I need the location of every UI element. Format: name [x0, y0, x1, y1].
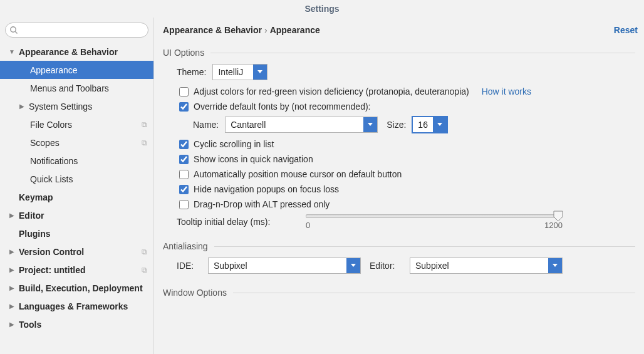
sidebar-item[interactable]: File Colors⧉ — [0, 115, 153, 133]
checkbox-label: Show icons in quick navigation — [194, 154, 313, 164]
font-name-label: Name: — [193, 120, 219, 130]
reset-link[interactable]: Reset — [614, 25, 638, 35]
sidebar-item-label: Version Control — [19, 247, 84, 257]
theme-select[interactable]: IntelliJ — [212, 64, 267, 80]
checkbox-input[interactable] — [179, 102, 189, 112]
chevron-right-icon: ▶ — [9, 321, 15, 328]
svg-line-1 — [15, 31, 17, 33]
search-icon — [9, 26, 18, 34]
window-title: Settings — [0, 0, 644, 18]
sidebar-item[interactable]: Scopes⧉ — [0, 133, 153, 152]
sidebar-item-label: Appearance & Behavior — [19, 47, 118, 57]
checkbox-input[interactable] — [179, 200, 189, 209]
chevron-right-icon: ▶ — [19, 103, 25, 110]
project-scope-icon: ⧉ — [142, 266, 147, 274]
section-window-options: Window Options — [163, 288, 635, 298]
chevron-right-icon: ▶ — [9, 266, 15, 273]
sidebar-item[interactable]: ▶Project: untitled⧉ — [0, 261, 153, 279]
checkbox-input[interactable] — [179, 155, 189, 164]
font-size-select[interactable]: 16 — [412, 117, 447, 133]
theme-label: Theme: — [177, 67, 206, 77]
slider-thumb-icon[interactable] — [553, 211, 563, 222]
checkbox-cyclic-scrolling[interactable]: Cyclic scrolling in list — [177, 139, 635, 149]
aa-editor-select[interactable]: Subpixel — [410, 258, 563, 274]
chevron-right-icon: ▶ — [9, 248, 15, 255]
tooltip-delay-label: Tooltip initial delay (ms): — [177, 214, 306, 227]
svg-point-0 — [11, 27, 16, 32]
checkbox-label: Cyclic scrolling in list — [194, 139, 274, 149]
how-it-works-link[interactable]: How it works — [482, 86, 531, 96]
sidebar-item[interactable]: ▶Build, Execution, Deployment — [0, 279, 153, 297]
checkbox-label: Automatically position mouse cursor on d… — [194, 169, 402, 179]
chevron-down-icon — [253, 65, 267, 80]
sidebar-item[interactable]: Menus and Toolbars — [0, 79, 153, 97]
chevron-down-icon — [363, 117, 377, 132]
section-antialiasing: Antialiasing — [163, 241, 635, 251]
section-title: Antialiasing — [163, 241, 208, 251]
checkbox-auto-position-mouse[interactable]: Automatically position mouse cursor on d… — [177, 169, 635, 179]
sidebar-item[interactable]: Appearance — [0, 61, 153, 79]
section-ui-options: UI Options — [163, 48, 635, 58]
sidebar-item[interactable]: Keymap — [0, 188, 153, 206]
sidebar-item[interactable]: Quick Lists — [0, 170, 153, 188]
chevron-right-icon: ▶ — [9, 212, 15, 219]
sidebar-item-label: Appearance — [30, 65, 78, 75]
sidebar-item-label: Keymap — [19, 192, 53, 202]
sidebar-item-label: Scopes — [30, 138, 60, 148]
sidebar-item-label: Tools — [19, 320, 41, 330]
theme-value: IntelliJ — [213, 67, 253, 77]
checkbox-label: Hide navigation popups on focus loss — [194, 184, 339, 194]
font-size-value: 16 — [413, 120, 433, 130]
checkbox-show-icons-quicknav[interactable]: Show icons in quick navigation — [177, 154, 635, 164]
sidebar-item[interactable]: ▶System Settings — [0, 97, 153, 115]
checkbox-label: Drag-n-Drop with ALT pressed only — [194, 199, 330, 209]
tooltip-delay-slider[interactable] — [306, 214, 563, 218]
checkbox-input[interactable] — [179, 185, 189, 194]
aa-ide-value: Subpixel — [209, 261, 346, 271]
chevron-right-icon: ▶ — [9, 303, 15, 310]
font-name-value: Cantarell — [226, 120, 363, 130]
sidebar-item-label: File Colors — [30, 120, 72, 130]
sidebar-item-label: Editor — [19, 211, 44, 221]
sidebar-item-label: Languages & Frameworks — [19, 301, 128, 311]
slider-max: 1200 — [544, 221, 563, 230]
checkbox-label: Override default fonts by (not recommend… — [194, 102, 370, 112]
sidebar: ▼Appearance & BehaviorAppearanceMenus an… — [0, 18, 154, 354]
slider-min: 0 — [306, 221, 310, 230]
sidebar-item[interactable]: ▼Appearance & Behavior — [0, 43, 153, 61]
project-scope-icon: ⧉ — [142, 120, 147, 129]
project-scope-icon: ⧉ — [142, 247, 147, 256]
aa-ide-select[interactable]: Subpixel — [208, 258, 361, 274]
breadcrumb-root[interactable]: Appearance & Behavior — [163, 25, 262, 35]
chevron-down-icon — [433, 117, 447, 132]
checkbox-input[interactable] — [179, 140, 189, 149]
section-title: Window Options — [163, 288, 227, 298]
search-input[interactable] — [5, 23, 148, 38]
sidebar-item-label: Quick Lists — [30, 174, 73, 184]
checkbox-adjust-colors[interactable]: Adjust colors for red-green vision defic… — [177, 86, 635, 96]
font-name-select[interactable]: Cantarell — [225, 117, 378, 133]
checkbox-hide-nav-popups[interactable]: Hide navigation popups on focus loss — [177, 184, 635, 194]
sidebar-item[interactable]: ▶Languages & Frameworks — [0, 297, 153, 315]
sidebar-item[interactable]: Notifications — [0, 152, 153, 170]
search-field[interactable] — [21, 25, 143, 35]
breadcrumb-leaf: Appearance — [270, 25, 320, 35]
aa-ide-label: IDE: — [177, 261, 202, 271]
checkbox-dnd-alt[interactable]: Drag-n-Drop with ALT pressed only — [177, 199, 635, 209]
chevron-right-icon: › — [264, 25, 267, 35]
checkbox-input[interactable] — [179, 87, 189, 96]
checkbox-label: Adjust colors for red-green vision defic… — [194, 86, 469, 96]
sidebar-item[interactable]: ▶Tools — [0, 315, 153, 333]
chevron-down-icon — [548, 258, 562, 273]
settings-tree: ▼Appearance & BehaviorAppearanceMenus an… — [0, 41, 153, 354]
chevron-down-icon — [346, 258, 360, 273]
sidebar-item-label: Build, Execution, Deployment — [19, 283, 143, 293]
sidebar-item[interactable]: Plugins — [0, 224, 153, 242]
sidebar-item-label: System Settings — [29, 102, 92, 112]
sidebar-item-label: Project: untitled — [19, 265, 86, 275]
sidebar-item[interactable]: ▶Version Control⧉ — [0, 242, 153, 261]
checkbox-override-fonts[interactable]: Override default fonts by (not recommend… — [177, 102, 635, 112]
chevron-down-icon: ▼ — [9, 48, 15, 55]
checkbox-input[interactable] — [179, 170, 189, 179]
sidebar-item[interactable]: ▶Editor — [0, 206, 153, 224]
